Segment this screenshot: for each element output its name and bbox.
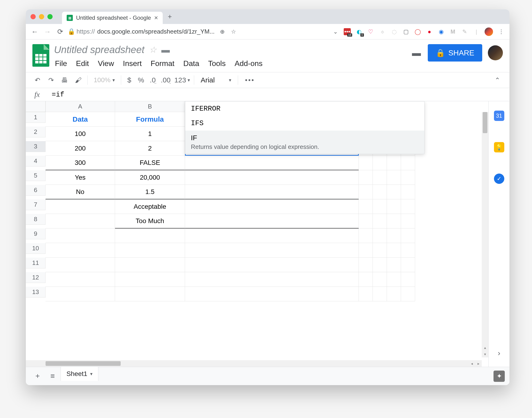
keep-icon[interactable]: 💡	[494, 142, 504, 152]
more-toolbar-button[interactable]: •••	[240, 76, 259, 84]
cell-A6[interactable]: No	[46, 185, 115, 199]
cell-C12[interactable]	[185, 272, 359, 287]
cell-blank[interactable]	[373, 185, 387, 199]
pinterest-ext-icon[interactable]: ●	[426, 28, 433, 35]
window-close-icon[interactable]	[31, 14, 36, 19]
percent-button[interactable]: %	[135, 76, 147, 84]
row-header-11[interactable]: 11	[26, 258, 46, 268]
cell-blank[interactable]	[359, 229, 373, 243]
cell-B8[interactable]: Too Much	[115, 214, 185, 229]
cell-A11[interactable]	[46, 258, 115, 272]
browser-tab[interactable]: ▦ Untitled spreadsheet - Google ×	[62, 12, 163, 24]
cell-blank[interactable]	[373, 199, 387, 214]
zoom-select[interactable]: 100%▾	[90, 76, 118, 84]
cell-B12[interactable]	[115, 272, 185, 287]
cell-blank[interactable]	[373, 258, 387, 272]
cell-C7[interactable]	[185, 199, 359, 214]
cell-blank[interactable]	[359, 199, 373, 214]
document-title[interactable]: Untitled spreadsheet	[54, 44, 144, 55]
row-header-8[interactable]: 8	[26, 214, 46, 225]
cell-blank[interactable]	[359, 258, 373, 272]
cell-blank[interactable]	[401, 272, 415, 287]
tasks-icon[interactable]: ✓	[494, 174, 504, 184]
font-select[interactable]: Arial▾	[197, 76, 235, 84]
cell-blank[interactable]	[387, 156, 401, 170]
star-icon[interactable]: ☆	[149, 45, 157, 55]
calendar-icon[interactable]: 31	[494, 111, 504, 121]
cell-blank[interactable]	[401, 258, 415, 272]
cell-B2[interactable]: 1	[115, 127, 185, 141]
lastpass-ext-icon[interactable]: •••18	[344, 28, 351, 35]
cell-blank[interactable]	[387, 258, 401, 272]
reload-button[interactable]: ⟳	[56, 27, 64, 36]
collapse-toolbar-button[interactable]: ⌃	[490, 76, 505, 84]
row-header-9[interactable]: 9	[26, 229, 46, 239]
formula-input[interactable]: =if	[48, 91, 509, 99]
select-all-corner[interactable]	[26, 101, 46, 112]
window-minimize-icon[interactable]	[39, 14, 44, 19]
new-tab-button[interactable]: +	[165, 12, 174, 21]
sheet-tab-menu-icon[interactable]: ▾	[90, 371, 93, 377]
column-header-B[interactable]: B	[115, 101, 185, 112]
cell-C6[interactable]	[185, 185, 359, 199]
scroll-thumb[interactable]	[483, 112, 487, 133]
side-panel-toggle-icon[interactable]: ›	[498, 349, 500, 357]
cell-blank[interactable]	[359, 243, 373, 258]
cell-blank[interactable]	[387, 243, 401, 258]
forward-button[interactable]: →	[43, 28, 52, 36]
cell-B3[interactable]: 2	[115, 141, 185, 156]
menu-edit[interactable]: Edit	[75, 58, 90, 69]
cell-A5[interactable]: Yes	[46, 170, 115, 185]
star-bookmark-icon[interactable]: ☆	[230, 28, 237, 35]
cell-A10[interactable]	[46, 243, 115, 258]
cell-blank[interactable]	[373, 229, 387, 243]
cell-blank[interactable]	[387, 272, 401, 287]
all-sheets-button[interactable]: ≡	[46, 370, 60, 382]
paint-format-button[interactable]: 🖌	[71, 74, 85, 86]
cell-B13[interactable]	[115, 287, 185, 301]
cell-blank[interactable]	[387, 170, 401, 185]
autocomplete-item-selected[interactable]: IF Returns value depending on logical ex…	[185, 131, 424, 154]
cell-A3[interactable]: 200	[46, 141, 115, 156]
folder-icon[interactable]: ▬	[161, 45, 170, 55]
cell-blank[interactable]	[373, 156, 387, 170]
cell-blank[interactable]	[387, 229, 401, 243]
currency-button[interactable]: $	[124, 76, 135, 84]
cell-B6[interactable]: 1.5	[115, 185, 185, 199]
vertical-scrollbar[interactable]: ▴ ▾	[482, 112, 488, 357]
cell-C13[interactable]	[185, 287, 359, 301]
row-header-13[interactable]: 13	[26, 287, 46, 298]
cast-icon[interactable]: ▢	[402, 28, 409, 35]
ext-grey-icon[interactable]: ⟐	[379, 28, 386, 35]
horizontal-scrollbar[interactable]: ◂ ▸	[26, 360, 482, 367]
explore-button[interactable]: ✦	[494, 371, 505, 382]
cell-blank[interactable]	[359, 156, 373, 170]
cell-blank[interactable]	[387, 214, 401, 229]
cell-blank[interactable]	[401, 199, 415, 214]
cell-A9[interactable]	[46, 229, 115, 243]
cell-B4[interactable]: FALSE	[115, 156, 185, 170]
menu-insert[interactable]: Insert	[122, 58, 142, 69]
row-header-4[interactable]: 4	[26, 156, 46, 166]
cell-C5[interactable]	[185, 170, 359, 185]
column-header-A[interactable]: A	[46, 101, 115, 112]
row-header-3[interactable]: 3	[26, 141, 46, 152]
tab-close-icon[interactable]: ×	[154, 14, 158, 22]
cell-C10[interactable]	[185, 243, 359, 258]
cell-A1[interactable]: Data	[46, 112, 115, 127]
row-header-1[interactable]: 1	[26, 112, 46, 123]
cell-blank[interactable]	[373, 272, 387, 287]
chrome-menu-icon[interactable]: ⋮	[498, 28, 505, 35]
m-ext-icon[interactable]: M	[449, 28, 456, 35]
cell-blank[interactable]	[387, 185, 401, 199]
chrome-profile-avatar[interactable]	[485, 27, 493, 36]
cell-blank[interactable]	[373, 170, 387, 185]
more-formats-button[interactable]: 123▾	[173, 76, 192, 84]
ext-teal-icon[interactable]: ◐0	[356, 28, 362, 35]
cell-A13[interactable]	[46, 287, 115, 301]
row-header-10[interactable]: 10	[26, 243, 46, 254]
cell-C8[interactable]	[185, 214, 359, 229]
cell-blank[interactable]	[401, 185, 415, 199]
cell-blank[interactable]	[401, 156, 415, 170]
print-button[interactable]: 🖶	[58, 74, 71, 86]
